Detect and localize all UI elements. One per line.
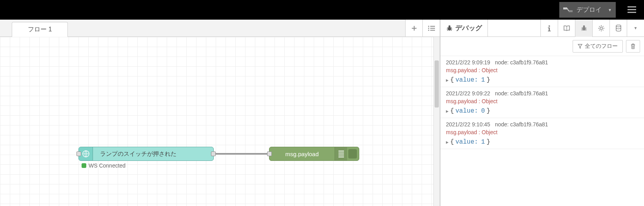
filter-icon <box>578 44 582 49</box>
debug-node-label: msg.payload <box>269 151 335 157</box>
svg-rect-10 <box>430 30 435 31</box>
input-node-label: ランプのスイッチが押された <box>93 150 184 158</box>
list-tabs-button[interactable] <box>422 20 440 36</box>
debug-value[interactable]: ▶{ value: 0 } <box>446 108 639 115</box>
debug-timestamp: 2021/2/22 9:10:45 <box>446 121 490 128</box>
svg-rect-12 <box>338 151 344 151</box>
debug-timestamp: 2021/2/22 9:09:19 <box>446 59 490 66</box>
node-port-in[interactable] <box>267 151 272 156</box>
debug-value[interactable]: ▶{ value: 1 } <box>446 139 639 146</box>
database-icon <box>615 25 622 32</box>
debug-entry[interactable]: 2021/2/22 9:09:19node: c3afb1f9.76a81 ms… <box>440 56 644 87</box>
chevron-down-icon: ▼ <box>608 8 612 12</box>
debug-entry[interactable]: 2021/2/22 9:09:22node: c3afb1f9.76a81 ms… <box>440 87 644 118</box>
deploy-label: デプロイ <box>577 6 602 14</box>
debug-filter-row: 全てのフロー <box>440 37 644 56</box>
svg-rect-2 <box>628 6 636 7</box>
sidebar-tabs: デバッグ ▼ <box>440 20 644 37</box>
debug-messages[interactable]: 2021/2/22 9:09:19node: c3afb1f9.76a81 ms… <box>440 56 644 206</box>
debug-entry[interactable]: 2021/2/22 9:10:45node: c3afb1f9.76a81 ms… <box>440 118 644 149</box>
add-tab-button[interactable] <box>405 20 422 36</box>
flow-canvas[interactable]: ランプのスイッチが押された WS Connected msg.payload <box>0 37 440 206</box>
node-port-in[interactable] <box>76 151 81 156</box>
svg-rect-20 <box>548 31 551 31</box>
filter-button[interactable]: 全てのフロー <box>573 40 623 53</box>
node-status-text: WS Connected <box>89 162 126 169</box>
menu-button[interactable] <box>624 4 640 15</box>
sidebar-tab-label: デバッグ <box>455 24 482 33</box>
bug-icon <box>580 25 588 32</box>
status-dot-icon <box>82 163 86 168</box>
svg-rect-14 <box>338 155 344 155</box>
debug-value[interactable]: ▶{ value: 1 } <box>446 77 639 84</box>
vertical-scrollbar[interactable] <box>433 37 440 206</box>
debug-timestamp: 2021/2/22 9:09:22 <box>446 90 490 97</box>
trash-icon <box>630 43 636 49</box>
filter-label: 全てのフロー <box>585 43 618 50</box>
sidebar-icon-info[interactable] <box>540 20 558 37</box>
sidebar-icon-help[interactable] <box>558 20 575 37</box>
svg-rect-8 <box>430 28 435 29</box>
sidebar-tab-debug[interactable]: デバッグ <box>440 20 488 36</box>
debug-path: msg.payload : Object <box>446 98 639 104</box>
chevron-down-icon: ▼ <box>634 26 638 30</box>
svg-point-25 <box>616 25 621 27</box>
svg-point-24 <box>600 27 602 29</box>
expand-icon[interactable]: ▶ <box>446 78 449 83</box>
svg-point-9 <box>428 29 429 31</box>
top-bar: デプロイ ▼ <box>0 0 644 20</box>
svg-rect-1 <box>569 10 573 12</box>
wire[interactable] <box>213 153 268 155</box>
input-node[interactable]: ランプのスイッチが押された <box>78 147 214 161</box>
svg-rect-0 <box>563 7 567 9</box>
sidebar-icon-config[interactable] <box>592 20 609 37</box>
hamburger-icon <box>628 6 636 13</box>
svg-point-17 <box>449 25 451 27</box>
sidebar-icon-more[interactable]: ▼ <box>627 20 644 37</box>
svg-rect-21 <box>548 27 549 28</box>
debug-node-id: node: c3afb1f9.76a81 <box>495 59 548 66</box>
node-port-out[interactable] <box>211 151 216 156</box>
list-icon <box>428 26 435 31</box>
debug-node-id: node: c3afb1f9.76a81 <box>495 90 548 97</box>
book-icon <box>563 25 570 31</box>
clear-button[interactable] <box>626 40 640 53</box>
sidebar-icon-context[interactable] <box>609 20 627 37</box>
flow-editor: フロー 1 ランプのスイッチが押された <box>0 20 440 206</box>
expand-icon[interactable]: ▶ <box>446 140 449 145</box>
debug-node[interactable]: msg.payload <box>269 147 359 161</box>
svg-rect-6 <box>430 26 435 27</box>
bug-icon <box>446 25 453 32</box>
svg-point-23 <box>583 25 585 27</box>
svg-point-5 <box>428 26 429 27</box>
svg-rect-13 <box>338 153 344 153</box>
svg-point-19 <box>548 25 550 27</box>
debug-path: msg.payload : Object <box>446 129 639 135</box>
debug-bars-icon <box>335 147 347 160</box>
svg-point-7 <box>428 27 429 29</box>
sidebar: デバッグ ▼ <box>440 20 644 206</box>
flow-tab-label: フロー 1 <box>28 26 52 34</box>
svg-rect-3 <box>628 9 636 10</box>
debug-path: msg.payload : Object <box>446 67 639 73</box>
expand-icon[interactable]: ▶ <box>446 109 449 114</box>
svg-rect-4 <box>628 12 636 13</box>
info-icon <box>546 25 553 31</box>
debug-node-toggle[interactable] <box>348 149 357 159</box>
deploy-icon <box>563 7 573 13</box>
tabs-row: フロー 1 <box>0 20 440 37</box>
plus-icon <box>411 25 417 31</box>
node-status: WS Connected <box>82 162 126 169</box>
flow-tab[interactable]: フロー 1 <box>12 22 68 37</box>
sidebar-icon-debug[interactable] <box>575 20 592 37</box>
deploy-button[interactable]: デプロイ ▼ <box>559 2 616 18</box>
gear-icon <box>598 25 605 32</box>
svg-rect-15 <box>338 157 344 157</box>
debug-node-id: node: c3afb1f9.76a81 <box>495 121 548 128</box>
